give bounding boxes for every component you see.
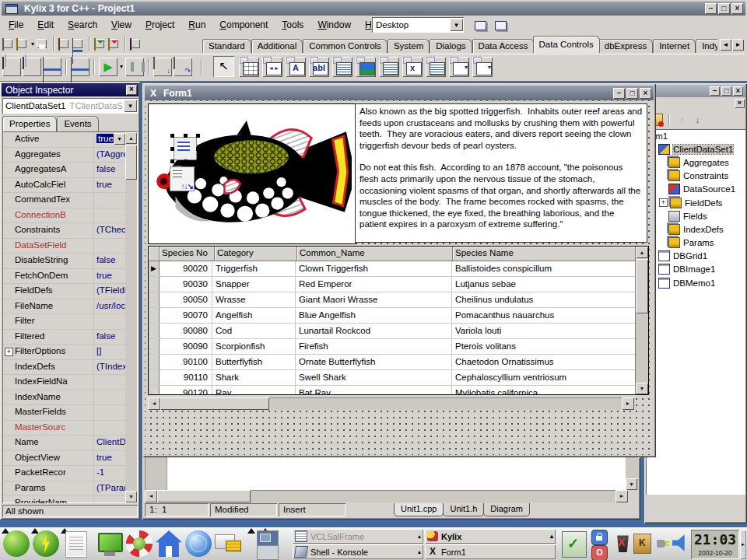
minimize-button[interactable]: –	[710, 86, 720, 96]
property-row-filteroptions[interactable]: +FilterOptions[]	[3, 345, 125, 360]
editor-tab-diagram[interactable]: Diagram	[483, 503, 530, 516]
property-row-constraints[interactable]: Constraints(TCheckConst	[3, 223, 125, 239]
property-row-packetrecor[interactable]: PacketRecor-1	[3, 466, 125, 481]
home-icon[interactable]	[156, 530, 182, 557]
property-row-objectview[interactable]: ObjectViewtrue	[3, 451, 125, 467]
pager-desktop-2[interactable]	[258, 545, 278, 559]
property-value[interactable]: true	[94, 269, 125, 284]
menu-window[interactable]: Window	[310, 18, 358, 32]
property-value[interactable]	[94, 375, 125, 390]
tree-item-dbimage1[interactable]: DBImage1	[646, 263, 745, 276]
property-row-fetchondem[interactable]: FetchOnDemtrue	[3, 269, 125, 285]
property-row-indexfieldna[interactable]: IndexFieldNa	[3, 375, 125, 390]
selection-handle[interactable]	[196, 134, 200, 138]
tab-events[interactable]: Events	[57, 116, 98, 131]
save-project-button[interactable]	[72, 39, 82, 48]
view-unit-button[interactable]	[2, 58, 21, 76]
menu-run[interactable]: Run	[181, 18, 212, 32]
property-row-aggregates[interactable]: Aggregates(TAggregates)	[3, 148, 125, 163]
scroll-down-icon[interactable]: ▼	[626, 478, 637, 490]
palette-tab-system[interactable]: System	[388, 39, 430, 53]
property-grid-scrollbar[interactable]: ▲ ▼	[125, 132, 137, 502]
tree-item-dbgrid1[interactable]: DBGrid1	[646, 250, 745, 263]
menu-file[interactable]: File	[2, 18, 30, 32]
scrollbar-thumb[interactable]	[125, 145, 137, 180]
property-value[interactable]	[94, 405, 125, 420]
tree-item-clientdataset1[interactable]: ClientDataSet1	[646, 142, 745, 156]
property-value[interactable]	[94, 239, 125, 254]
mail-icon[interactable]	[215, 534, 241, 560]
logout-icon[interactable]: O	[591, 545, 608, 560]
scrollbar-thumb[interactable]	[157, 490, 251, 502]
property-row-filtered[interactable]: Filteredfalse	[3, 330, 125, 345]
palette-tab-common-controls[interactable]: Common Controls	[303, 39, 388, 53]
palette-tab-indy-clients[interactable]: Indy Clients	[696, 39, 717, 53]
property-row-datasetfield[interactable]: DataSetField	[3, 239, 125, 254]
trace-into-button[interactable]: ↓	[153, 58, 172, 76]
property-row-filename[interactable]: FileName/usr/local/kyli	[3, 299, 125, 315]
property-value[interactable]	[94, 421, 125, 436]
menu-search[interactable]: Search	[61, 18, 104, 32]
datasource-component-icon[interactable]	[170, 166, 195, 191]
scroll-up-icon[interactable]: ▲	[125, 132, 137, 144]
property-value[interactable]	[94, 314, 125, 329]
set-debug-desktop-icon[interactable]	[492, 18, 509, 33]
taskbar-window-vclsalframe[interactable]: VCLSalFrame▴	[293, 529, 423, 544]
property-value[interactable]	[94, 496, 125, 503]
klipper-icon[interactable]	[562, 531, 587, 558]
window-list-arrow-icon[interactable]: ▴	[418, 548, 421, 555]
property-value[interactable]: true	[94, 451, 125, 466]
close-button[interactable]: ×	[640, 88, 651, 99]
scroll-right-icon[interactable]: ►	[615, 490, 628, 502]
property-value[interactable]: false	[94, 163, 125, 177]
table-row[interactable]: 90090ScorpionfishFirefishPterois volitan…	[149, 339, 648, 355]
dbmemo-description[interactable]: Also known as the big spotted triggerfis…	[355, 103, 647, 243]
taskbar-window-kylix[interactable]: Kylix▴	[425, 529, 556, 544]
palette-dbnavigator-icon[interactable]	[262, 57, 282, 77]
desktop-layout-combo[interactable]: Desktop ▾	[372, 17, 464, 33]
save-desktop-icon[interactable]	[472, 18, 489, 33]
editor-tab-unit1-h[interactable]: Unit1.h	[443, 503, 484, 516]
menu-tools[interactable]: Tools	[275, 18, 310, 32]
scroll-down-icon[interactable]: ▼	[125, 491, 137, 502]
maximize-button[interactable]: □	[718, 3, 730, 14]
chevron-down-icon[interactable]: ▾	[124, 100, 137, 112]
scroll-left-icon[interactable]: ◄	[145, 490, 157, 502]
web-browser-icon[interactable]	[185, 530, 212, 557]
property-row-mastersourc[interactable]: MasterSourc	[3, 421, 125, 436]
property-value[interactable]: -1	[94, 466, 125, 481]
property-row-indexname[interactable]: IndexName	[3, 390, 125, 406]
menu-component[interactable]: Component	[212, 18, 275, 32]
open-dropdown-icon[interactable]: ▾	[31, 40, 34, 47]
editor-horizontal-scrollbar[interactable]: ◄ ►	[145, 490, 628, 502]
move-down-icon[interactable]: ↓	[691, 114, 704, 126]
palette-tab-dialogs[interactable]: Dialogs	[430, 39, 472, 53]
property-value[interactable]: []	[94, 345, 125, 359]
palette-tab-data-access[interactable]: Data Access	[472, 39, 535, 53]
suse-help-icon[interactable]	[126, 530, 153, 557]
selection-handle[interactable]	[196, 147, 200, 151]
maximize-button[interactable]: □	[721, 86, 731, 96]
minimize-button[interactable]: –	[705, 3, 717, 14]
tree-item-fields[interactable]: Fields	[646, 209, 745, 222]
scrollbar-thumb[interactable]	[160, 397, 269, 410]
table-row[interactable]: 90050WrasseGiant Maori WrasseCheilinus u…	[149, 292, 648, 308]
property-value[interactable]: true	[94, 178, 125, 193]
documents-icon[interactable]	[65, 531, 87, 558]
pause-button[interactable]	[125, 58, 144, 76]
property-value[interactable]	[94, 208, 125, 223]
grid-col-header-common-name[interactable]: Common_Name	[297, 247, 453, 261]
expand-icon[interactable]: +	[659, 198, 668, 207]
property-row-indexdefs[interactable]: IndexDefs(TIndexDefs)	[3, 360, 125, 376]
desktop-pager[interactable]	[257, 530, 279, 560]
move-up-icon[interactable]: ↑	[675, 114, 689, 126]
property-value[interactable]: /usr/local/kyli	[94, 299, 125, 314]
object-selector-combo[interactable]: ClientDataSet1 TClientDataS ▾	[2, 98, 138, 114]
volume-tray-icon[interactable]	[672, 534, 689, 552]
dropdown-button[interactable]: ▾	[114, 133, 125, 145]
property-value[interactable]: (TCheckConst	[94, 223, 125, 238]
property-value[interactable]	[94, 193, 125, 208]
grid-col-header-category[interactable]: Category	[215, 247, 297, 261]
menu-edit[interactable]: Edit	[30, 18, 61, 32]
lock-screen-icon[interactable]	[591, 530, 608, 545]
